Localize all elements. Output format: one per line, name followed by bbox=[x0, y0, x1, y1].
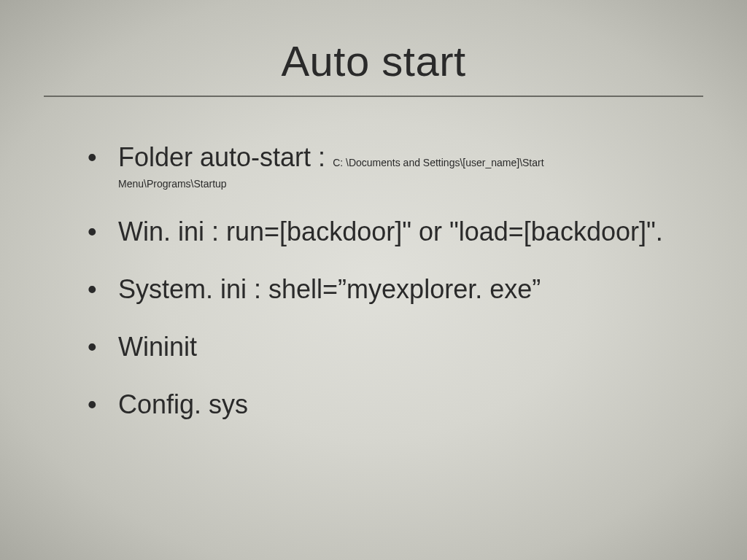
bullet-detail: C: \Documents and Settings\[user_name]\S… bbox=[333, 157, 543, 168]
list-item: Config. sys bbox=[88, 388, 689, 421]
list-item: System. ini : shell=”myexplorer. exe” bbox=[88, 273, 689, 306]
bullet-main: System. ini : shell=”myexplorer. exe” bbox=[118, 274, 541, 304]
slide: Auto start Folder auto-start : C: \Docum… bbox=[0, 0, 747, 560]
list-item: Win. ini : run=[backdoor]" or "load=[bac… bbox=[88, 215, 689, 248]
bullet-main: Wininit bbox=[118, 332, 197, 362]
bullet-main: Win. ini : run=[backdoor]" or "load=[bac… bbox=[118, 217, 663, 246]
list-item: Wininit bbox=[88, 330, 689, 363]
bullet-main: Config. sys bbox=[118, 389, 248, 419]
list-item: Folder auto-start : C: \Documents and Se… bbox=[88, 141, 689, 190]
slide-content: Folder auto-start : C: \Documents and Se… bbox=[44, 141, 703, 421]
bullet-main: Folder auto-start : bbox=[118, 142, 333, 172]
slide-title: Auto start bbox=[44, 36, 703, 97]
bullet-detail-2: Menu\Programs\Startup bbox=[118, 178, 689, 190]
bullet-list: Folder auto-start : C: \Documents and Se… bbox=[88, 141, 689, 421]
